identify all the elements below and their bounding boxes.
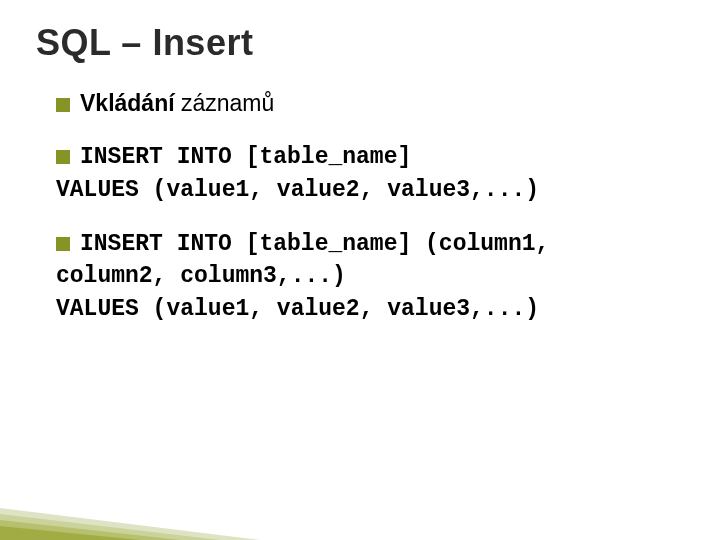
bullet-item: INSERT INTO [table_name] (column1, colum… (56, 227, 684, 324)
svg-marker-0 (0, 508, 260, 540)
bullet-item: INSERT INTO [table_name] VALUES (value1,… (56, 140, 684, 205)
code-text: INTO [table_name] (column1, (163, 231, 549, 257)
slide-title: SQL – Insert (36, 22, 684, 64)
slide: SQL – Insert Vkládání záznamů INSERT INT… (0, 0, 720, 540)
square-bullet-icon (56, 98, 70, 112)
item-lead-bold: INSERT (80, 231, 163, 257)
code-text: INTO [table_name] (163, 144, 411, 170)
square-bullet-icon (56, 150, 70, 164)
svg-marker-3 (0, 526, 140, 540)
item-lead-rest: záznamů (175, 90, 275, 116)
square-bullet-icon (56, 237, 70, 251)
svg-marker-2 (0, 520, 180, 540)
svg-marker-1 (0, 514, 220, 540)
bullet-item: Vkládání záznamů (56, 88, 684, 118)
code-text: VALUES (value1, value2, value3,...) (56, 177, 539, 203)
corner-decoration-icon (0, 480, 260, 540)
item-lead: Vkládání záznamů (80, 90, 274, 116)
slide-body: Vkládání záznamů INSERT INTO [table_name… (36, 88, 684, 324)
item-lead-bold: INSERT (80, 144, 163, 170)
item-lead-bold: Vkládání (80, 90, 175, 116)
code-text: VALUES (value1, value2, value3,...) (56, 296, 539, 322)
code-text: column2, column3,...) (56, 263, 346, 289)
